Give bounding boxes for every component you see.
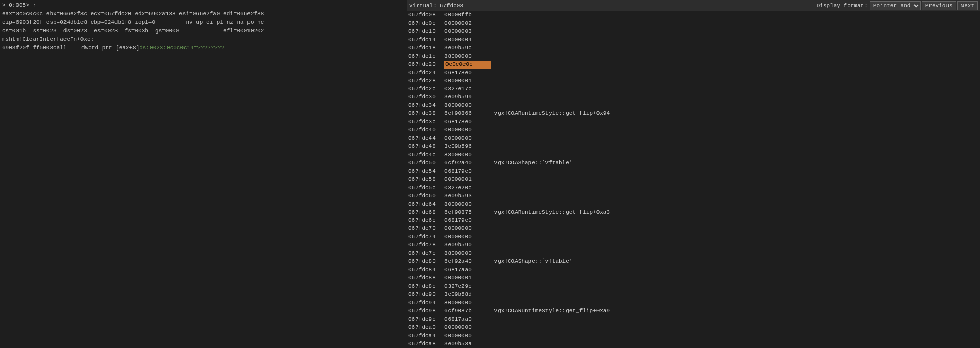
mem-addr: 067fdc98 (408, 307, 444, 316)
table-row[interactable]: 067fdc28 00000001 (407, 77, 980, 86)
table-row[interactable]: 067fdc48 3e09b596 (407, 143, 980, 151)
table-row[interactable]: 067fdca8 3e09b58a (407, 340, 980, 349)
table-row[interactable]: 067fdc88 00000001 (407, 274, 980, 283)
mem-val: 00000000 (444, 233, 491, 241)
virtual-value[interactable]: 67fdc08 (439, 3, 463, 9)
table-row[interactable]: 067fdc64 80000000 (407, 201, 980, 209)
table-row[interactable]: 067fdc30 3e09b599 (407, 93, 980, 102)
register-line-1: eax=0c0c0c0c ebx=066e2f8c ecx=067fdc20 e… (2, 10, 405, 19)
table-row[interactable]: 067fdc90 3e09b58d (407, 291, 980, 299)
table-row[interactable]: 067fdc50 6cf92a40 vgx!COAShape::`vftable… (407, 159, 980, 168)
table-row[interactable]: 067fdc9c 06817aa0 (407, 316, 980, 324)
table-row[interactable]: 067fdc94 80000000 (407, 299, 980, 307)
table-row[interactable]: 067fdc84 06817aa0 (407, 266, 980, 274)
mem-addr: 067fdc78 (408, 241, 444, 250)
mem-addr: 067fdc94 (408, 299, 444, 307)
mem-val: 06817aa0 (444, 316, 491, 324)
mem-val: 3e09b59c (444, 44, 491, 53)
table-row[interactable]: 067fdc80 6cf92a40 vgx!COAShape::`vftable… (407, 258, 980, 266)
table-row[interactable]: 067fdc8c 0327e29c (407, 283, 980, 291)
mem-addr: 067fdc20 (408, 61, 444, 69)
table-row[interactable]: 067fdc3c 068178e0 (407, 118, 980, 126)
mem-addr: 067fdc9c (408, 316, 444, 324)
mem-val: 00000001 (444, 274, 491, 283)
table-row[interactable]: 067fdc68 6cf90875 vgx!COARuntimeStyle::g… (407, 209, 980, 217)
table-row[interactable]: 067fdc10 00000003 (407, 28, 980, 36)
mem-val: 00000004 (444, 36, 491, 44)
mem-val: 88000000 (444, 151, 491, 159)
mem-addr: 067fdc14 (408, 36, 444, 44)
mem-val: 80000000 (444, 201, 491, 209)
table-row[interactable]: 067fdc6c 068179c0 (407, 217, 980, 225)
table-row[interactable]: 067fdc70 00000000 (407, 225, 980, 233)
display-format-select[interactable]: Pointer and (870, 1, 921, 10)
left-panel: > 0:005> r eax=0c0c0c0c ebx=066e2f8c ecx… (0, 0, 407, 348)
next-button[interactable]: Next (957, 1, 978, 10)
mem-addr: 067fdc48 (408, 143, 444, 151)
register-line-3: cs=001b ss=0023 ds=0023 es=0023 fs=003b … (2, 27, 405, 36)
mem-val: 068178e0 (444, 69, 491, 77)
asm-comment: ds:0023:0c0c0c14=???????? (139, 44, 224, 53)
main-container: > 0:005> r eax=0c0c0c0c ebx=066e2f8c ecx… (0, 0, 980, 348)
mem-val: 00000000 (444, 135, 491, 143)
table-row[interactable]: 067fdc58 00000001 (407, 176, 980, 184)
table-row[interactable]: 067fdc7c 88000000 (407, 250, 980, 258)
mem-addr: 067fdc0c (408, 20, 444, 28)
mem-val: 00000000 (444, 324, 491, 332)
table-row[interactable]: 067fdc54 068179c0 (407, 168, 980, 176)
mem-val: 3e09b58a (444, 340, 491, 349)
memory-table[interactable]: 067fdc08 00000ffb067fdc0c 00000002067fdc… (407, 11, 980, 348)
mem-comment: vgx!COAShape::`vftable' (491, 159, 572, 168)
table-row[interactable]: 067fdc5c 0327e20c (407, 184, 980, 192)
previous-button[interactable]: Previous (922, 1, 956, 10)
mem-val: 6cf90875 (444, 209, 491, 217)
mem-addr: 067fdc68 (408, 209, 444, 217)
mem-addr: 067fdc40 (408, 126, 444, 135)
masm-line: mshtm!ClearInterfaceFn+0xc: (2, 35, 405, 44)
mem-addr: 067fdc2c (408, 85, 444, 93)
table-row[interactable]: 067fdc24 068178e0 (407, 69, 980, 77)
mem-addr: 067fdc44 (408, 135, 444, 143)
mem-addr: 067fdc70 (408, 225, 444, 233)
mem-val: 0327e20c (444, 184, 491, 192)
table-row[interactable]: 067fdc78 3e09b590 (407, 241, 980, 250)
mem-addr: 067fdc7c (408, 250, 444, 258)
asm-instruction: 6903f20f ff5008 call dword ptr [eax+8] d… (2, 44, 405, 53)
mem-addr: 067fdc18 (408, 44, 444, 53)
mem-val: 00000ffb (444, 11, 491, 20)
mem-addr: 067fdc5c (408, 184, 444, 192)
table-row[interactable]: 067fdc18 3e09b59c (407, 44, 980, 53)
mem-val: 00000001 (444, 77, 491, 86)
right-panel: Virtual: 67fdc08 Display format: Pointer… (407, 0, 980, 348)
mem-addr: 067fdc60 (408, 192, 444, 201)
table-row[interactable]: 067fdc44 00000000 (407, 135, 980, 143)
mem-addr: 067fdc1c (408, 53, 444, 61)
mem-addr: 067fdca0 (408, 324, 444, 332)
table-row[interactable]: 067fdca4 00000000 (407, 332, 980, 340)
asm-addr: 6903f20f ff5008 (2, 44, 53, 53)
mem-val: 80000000 (444, 102, 491, 110)
table-row[interactable]: 067fdc20 0c0c0c0c (407, 61, 980, 69)
mem-addr: 067fdc38 (408, 110, 444, 118)
mem-addr: 067fdc3c (408, 118, 444, 126)
table-row[interactable]: 067fdc14 00000004 (407, 36, 980, 44)
mem-val: 80000000 (444, 299, 491, 307)
mem-addr: 067fdc6c (408, 217, 444, 225)
table-row[interactable]: 067fdc60 3e09b593 (407, 192, 980, 201)
table-row[interactable]: 067fdc74 00000000 (407, 233, 980, 241)
mem-addr: 067fdc90 (408, 291, 444, 299)
table-row[interactable]: 067fdc40 00000000 (407, 126, 980, 135)
mem-comment: vgx!COARuntimeStyle::get_flip+0xa9 (491, 307, 610, 316)
mem-addr: 067fdc4c (408, 151, 444, 159)
table-row[interactable]: 067fdc0c 00000002 (407, 20, 980, 28)
table-row[interactable]: 067fdc2c 0327e17c (407, 85, 980, 93)
table-row[interactable]: 067fdc08 00000ffb (407, 11, 980, 20)
table-row[interactable]: 067fdc4c 88000000 (407, 151, 980, 159)
asm-operand: dword ptr [eax+8] (81, 44, 139, 53)
table-row[interactable]: 067fdca0 00000000 (407, 324, 980, 332)
table-row[interactable]: 067fdc1c 88000000 (407, 53, 980, 61)
table-row[interactable]: 067fdc34 80000000 (407, 102, 980, 110)
table-row[interactable]: 067fdc38 6cf90866 vgx!COARuntimeStyle::g… (407, 110, 980, 118)
mem-addr: 067fdc50 (408, 159, 444, 168)
table-row[interactable]: 067fdc98 6cf9087b vgx!COARuntimeStyle::g… (407, 307, 980, 316)
